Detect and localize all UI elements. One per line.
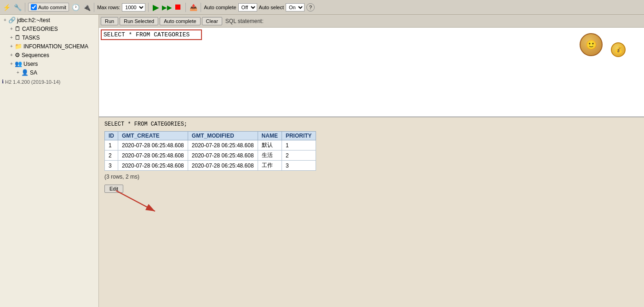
sa-label: SA: [30, 70, 37, 76]
table-cell: 2020-07-28 06:25:48.608: [188, 161, 258, 171]
toolbar-separator-4: [185, 3, 186, 12]
table-cell: 2: [105, 151, 118, 161]
avatar-secondary-emoji: 💰: [615, 46, 622, 53]
clear-button[interactable]: Clear: [202, 17, 222, 25]
version-label: H2 1.4.200 (2019-10-14): [5, 79, 60, 85]
categories-toggle[interactable]: +: [8, 26, 15, 31]
stop-icon[interactable]: ⏹: [173, 3, 183, 12]
autocommit-checkbox[interactable]: [31, 4, 37, 10]
col-header-gmt-modified: GMT_MODIFIED: [188, 132, 258, 140]
categories-label: CATEGORIES: [22, 26, 58, 32]
sequences-icon: ⚙: [15, 52, 20, 58]
connection-icon: 🔗: [8, 17, 16, 23]
avatar-main: 🙂: [580, 33, 603, 56]
edit-button-container: Edit: [104, 185, 123, 193]
avatar-secondary: 💰: [611, 42, 626, 57]
run-icon[interactable]: ▶: [151, 3, 161, 12]
table-cell: 默认: [258, 140, 282, 151]
svg-line-1: [116, 191, 155, 211]
disconnect-icon[interactable]: ⚡: [2, 3, 11, 12]
avatar-main-emoji: 🙂: [586, 39, 597, 50]
sidebar-item-information-schema[interactable]: + 📁 INFORMATION_SCHEMA: [0, 42, 98, 51]
sidebar-item-sequences[interactable]: + ⚙ Sequences: [0, 51, 98, 59]
table-cell: 1: [282, 140, 316, 151]
table-cell: 3: [105, 161, 118, 171]
run-selected-button[interactable]: Run Selected: [120, 17, 158, 25]
sidebar-item-sa[interactable]: + 👤 SA: [0, 68, 98, 77]
table-cell: 2020-07-28 06:25:48.608: [118, 161, 188, 171]
col-header-priority: PRIORITY: [282, 132, 316, 140]
info-icon: ℹ: [2, 79, 4, 85]
results-tbody: 12020-07-28 06:25:48.6082020-07-28 06:25…: [105, 140, 316, 171]
table-row: 32020-07-28 06:25:48.6082020-07-28 06:25…: [105, 161, 316, 171]
sidebar-item-categories[interactable]: + 🗒 CATEGORIES: [0, 24, 98, 33]
sql-toolbar: Run Run Selected Auto complete Clear SQL…: [99, 15, 644, 28]
autocomplete-label: Auto complete: [204, 5, 236, 10]
maxrows-select[interactable]: 1000 500 100: [122, 3, 145, 12]
table-icon-tasks: 🗒: [15, 34, 21, 41]
sidebar-item-tasks[interactable]: + 🗒 TASKS: [0, 33, 98, 42]
reconnect-icon[interactable]: 🔌: [82, 3, 91, 12]
main-layout: + 🔗 jdbc:h2:~/test + 🗒 CATEGORIES + 🗒 TA…: [0, 15, 644, 307]
content-area: Run Run Selected Auto complete Clear SQL…: [99, 15, 644, 307]
autocommit-label: Auto commit: [38, 5, 66, 10]
sidebar: + 🔗 jdbc:h2:~/test + 🗒 CATEGORIES + 🗒 TA…: [0, 15, 99, 307]
toolbar-separator-2: [94, 3, 94, 12]
folder-icon-info-schema: 📁: [15, 43, 22, 50]
autocommit-toggle[interactable]: Auto commit: [28, 3, 69, 12]
result-query-text: SELECT * FROM CATEGORIES;: [104, 121, 638, 127]
avatar-area: 🙂 💰: [580, 33, 621, 65]
toolbar-separator-5: [201, 3, 201, 12]
preferences-icon[interactable]: 🔧: [13, 3, 22, 12]
users-toggle[interactable]: +: [8, 61, 15, 66]
tasks-label: TASKS: [22, 35, 40, 41]
autoselect-select[interactable]: On Off: [286, 3, 305, 12]
tasks-toggle[interactable]: +: [8, 35, 15, 40]
table-cell: 生活: [258, 151, 282, 161]
sequences-label: Sequences: [22, 52, 49, 58]
history-icon[interactable]: 🕐: [71, 3, 80, 12]
table-cell: 2020-07-28 06:25:48.608: [188, 151, 258, 161]
table-cell: 1: [105, 140, 118, 151]
run-selected-icon[interactable]: ▶▶: [162, 3, 172, 12]
connection-toggle[interactable]: +: [2, 17, 8, 23]
version-info: ℹ H2 1.4.200 (2019-10-14): [0, 77, 98, 86]
connection-label: jdbc:h2:~/test: [17, 17, 50, 23]
edit-button[interactable]: Edit: [104, 185, 123, 193]
sa-toggle[interactable]: +: [15, 70, 21, 75]
table-cell: 2020-07-28 06:25:48.608: [118, 151, 188, 161]
sequences-toggle[interactable]: +: [8, 52, 15, 58]
results-header-row: ID GMT_CREATE GMT_MODIFIED NAME PRIORITY: [105, 132, 316, 140]
autoselect-label: Auto select: [259, 5, 284, 10]
run-button[interactable]: Run: [101, 17, 118, 25]
autocomplete-select[interactable]: Off On: [238, 3, 257, 12]
sql-statement-label: SQL statement:: [225, 18, 264, 24]
result-row-info: (3 rows, 2 ms): [104, 174, 638, 180]
export-icon[interactable]: 📤: [189, 3, 198, 12]
col-header-id: ID: [105, 132, 118, 140]
main-toolbar: ⚡ 🔧 Auto commit 🕐 🔌 Max rows: 1000 500 1…: [0, 0, 644, 15]
table-row: 12020-07-28 06:25:48.6082020-07-28 06:25…: [105, 140, 316, 151]
col-header-name: NAME: [258, 132, 282, 140]
maxrows-label: Max rows:: [97, 5, 120, 10]
users-icon: 👥: [15, 60, 22, 67]
sidebar-item-users[interactable]: + 👥 Users: [0, 59, 98, 68]
table-cell: 2020-07-28 06:25:48.608: [188, 140, 258, 151]
help-icon[interactable]: ?: [306, 3, 315, 12]
sql-query-display[interactable]: SELECT * FROM CATEGORIES: [101, 29, 202, 40]
users-label: Users: [23, 61, 38, 67]
toolbar-separator-3: [148, 3, 149, 12]
table-cell: 2: [282, 151, 316, 161]
col-header-gmt-create: GMT_CREATE: [118, 132, 188, 140]
table-icon-categories: 🗒: [15, 25, 21, 32]
info-schema-toggle[interactable]: +: [8, 44, 15, 49]
connection-item[interactable]: + 🔗 jdbc:h2:~/test: [0, 16, 98, 24]
toolbar-separator-1: [25, 3, 25, 12]
information-schema-label: INFORMATION_SCHEMA: [23, 43, 88, 50]
table-cell: 2020-07-28 06:25:48.608: [118, 140, 188, 151]
sql-editor-area[interactable]: SELECT * FROM CATEGORIES: [99, 28, 644, 117]
results-table: ID GMT_CREATE GMT_MODIFIED NAME PRIORITY…: [104, 131, 316, 171]
user-icon-sa: 👤: [21, 69, 29, 76]
table-cell: 3: [282, 161, 316, 171]
auto-complete-button[interactable]: Auto complete: [160, 17, 200, 25]
